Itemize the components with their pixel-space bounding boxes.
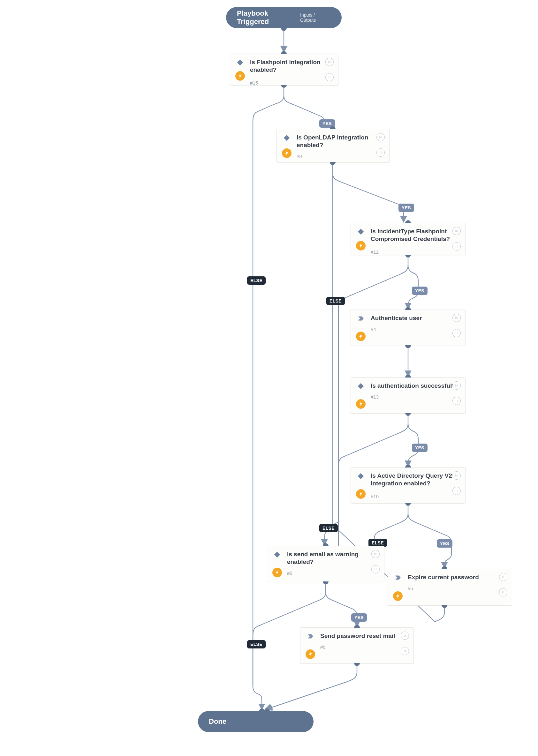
port	[442, 605, 447, 608]
pause-icon[interactable]	[371, 565, 380, 574]
end-title: Done	[209, 717, 226, 726]
step-label: Is authentication successful?	[371, 382, 459, 390]
step-tag: #9	[287, 570, 378, 576]
step-tag: #15	[250, 80, 332, 85]
arrow-icon	[394, 574, 401, 581]
skip-icon[interactable]	[499, 573, 507, 581]
bolt-icon	[272, 568, 282, 577]
step-n9[interactable]: Is send email as warning enabled? #9	[267, 546, 384, 582]
svg-rect-3	[237, 60, 243, 66]
bolt-icon	[235, 71, 245, 81]
skip-icon[interactable]	[453, 381, 461, 390]
skip-icon[interactable]	[453, 227, 461, 235]
pause-icon[interactable]	[325, 73, 334, 81]
edge-label-yes: YES	[437, 539, 453, 548]
diamond-icon	[283, 134, 290, 141]
step-label: Is IncidentType Flashpoint Compromised C…	[371, 227, 459, 243]
start-title: Playbook Triggered	[237, 9, 300, 26]
step-tag: #4	[371, 327, 459, 332]
step-n13[interactable]: Is authentication successful? #13	[350, 377, 465, 414]
step-n4[interactable]: Authenticate user #4	[350, 310, 465, 346]
playbook-end[interactable]: Done	[198, 711, 313, 732]
port	[323, 581, 329, 584]
svg-rect-4	[284, 135, 290, 141]
svg-rect-7	[358, 473, 364, 479]
edge-label-else: ELSE	[247, 277, 266, 285]
skip-icon[interactable]	[453, 314, 461, 322]
pause-icon[interactable]	[401, 647, 409, 655]
skip-icon[interactable]	[371, 550, 380, 558]
port	[405, 220, 411, 223]
step-label: Send password reset mail	[320, 632, 408, 640]
arrow-icon	[307, 633, 314, 640]
edge-label-yes: YES	[351, 613, 367, 622]
step-label: Is send email as warning enabled?	[287, 550, 378, 566]
svg-rect-5	[358, 229, 364, 235]
port	[442, 566, 447, 569]
pause-icon[interactable]	[453, 397, 461, 405]
step-n8[interactable]: Is OpenLDAP integration enabled? #8	[277, 129, 390, 163]
port	[330, 126, 336, 129]
step-n12[interactable]: Is IncidentType Flashpoint Compromised C…	[350, 223, 465, 255]
port	[405, 375, 411, 378]
step-n10[interactable]: Is Active Directory Query V2 integration…	[350, 467, 465, 504]
diamond-icon	[274, 551, 281, 558]
step-n5[interactable]: Expire current password #5	[388, 569, 512, 606]
step-label: Is Flashpoint integration enabled?	[250, 58, 332, 74]
skip-icon[interactable]	[453, 471, 461, 479]
edge-label-else: ELSE	[247, 640, 266, 648]
bolt-icon	[305, 649, 315, 659]
port	[281, 28, 287, 31]
port	[264, 708, 270, 711]
step-tag: #12	[371, 249, 459, 255]
port	[405, 345, 411, 348]
edge-label-yes: YES	[412, 444, 428, 452]
playbook-canvas: Playbook Triggered Inputs / Outputs Is F…	[0, 0, 538, 756]
start-io[interactable]: Inputs / Outputs	[300, 13, 331, 23]
port	[405, 503, 411, 506]
arrow-icon	[357, 315, 364, 322]
step-tag: #6	[320, 644, 408, 650]
step-label: Expire current password	[408, 574, 506, 581]
port	[405, 413, 411, 416]
svg-rect-8	[274, 552, 280, 558]
edge-label-yes: YES	[412, 286, 428, 295]
pause-icon[interactable]	[499, 588, 507, 596]
port	[405, 255, 411, 258]
port	[323, 543, 329, 546]
step-tag: #10	[371, 494, 459, 499]
diamond-icon	[237, 59, 243, 66]
bolt-icon	[356, 241, 366, 251]
bolt-icon	[393, 591, 403, 601]
step-tag: #13	[371, 394, 459, 400]
pause-icon[interactable]	[453, 487, 461, 495]
port	[354, 625, 360, 628]
pause-icon[interactable]	[453, 329, 461, 337]
pause-icon[interactable]	[376, 148, 385, 157]
pause-icon[interactable]	[453, 242, 461, 251]
diamond-icon	[357, 228, 364, 235]
port	[354, 663, 360, 666]
playbook-start[interactable]: Playbook Triggered Inputs / Outputs	[226, 7, 342, 28]
step-n15[interactable]: Is Flashpoint integration enabled? #15	[230, 54, 339, 85]
skip-icon[interactable]	[376, 133, 385, 141]
step-label: Is Active Directory Query V2 integration…	[371, 472, 459, 487]
step-label: Authenticate user	[371, 314, 459, 322]
step-tag: #5	[408, 585, 506, 591]
skip-icon[interactable]	[325, 58, 334, 66]
step-tag: #8	[296, 154, 384, 159]
step-n6[interactable]: Send password reset mail #6	[300, 628, 414, 664]
port	[405, 465, 411, 468]
edge-label-yes: YES	[399, 204, 414, 212]
port	[281, 51, 287, 54]
svg-rect-6	[358, 383, 364, 389]
bolt-icon	[282, 148, 292, 158]
skip-icon[interactable]	[401, 631, 409, 640]
port	[405, 307, 411, 310]
diamond-icon	[357, 473, 364, 479]
bolt-icon	[356, 331, 366, 341]
step-label: Is OpenLDAP integration enabled?	[296, 134, 384, 149]
edge-label-else: ELSE	[319, 524, 338, 532]
bolt-icon	[356, 399, 366, 409]
edge-label-else: ELSE	[326, 297, 345, 305]
